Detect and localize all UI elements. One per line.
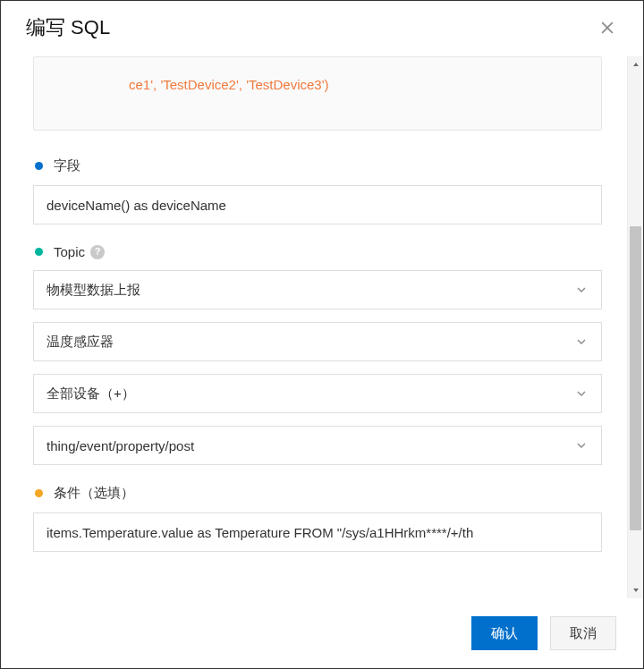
chevron-down-icon <box>574 386 589 401</box>
topic-select-path-value: thing/event/property/post <box>47 438 194 453</box>
close-icon <box>598 19 616 37</box>
topic-select-product[interactable]: 温度感应器 <box>33 322 602 361</box>
topic-select-group: 物模型数据上报 温度感应器 全部设备（+） thing/event/proper… <box>33 270 602 465</box>
fields-dot-icon <box>35 162 43 170</box>
scroll-up-button[interactable] <box>628 56 643 72</box>
sql-preview-line: ce1', 'TestDevice2', 'TestDevice3') <box>48 75 587 94</box>
fields-label-text: 字段 <box>54 157 80 174</box>
scrollbar-thumb[interactable] <box>630 226 641 530</box>
close-button[interactable] <box>593 13 622 42</box>
topic-select-type-value: 物模型数据上报 <box>47 282 140 299</box>
topic-select-device[interactable]: 全部设备（+） <box>33 374 602 413</box>
confirm-button[interactable]: 确认 <box>471 616 538 650</box>
dialog-body: ce1', 'TestDevice2', 'TestDevice3') 字段 T… <box>1 56 643 598</box>
topic-select-device-value: 全部设备（+） <box>47 385 135 402</box>
sql-preview-box: ce1', 'TestDevice2', 'TestDevice3') <box>33 56 602 131</box>
dialog-title: 编写 SQL <box>26 14 110 41</box>
condition-label-text: 条件（选填） <box>54 485 134 502</box>
svg-marker-2 <box>633 63 639 66</box>
scroll-down-button[interactable] <box>628 582 643 598</box>
topic-select-path[interactable]: thing/event/property/post <box>33 426 602 465</box>
form-content: ce1', 'TestDevice2', 'TestDevice3') 字段 T… <box>1 56 627 598</box>
chevron-down-icon <box>574 283 589 297</box>
svg-marker-3 <box>633 589 639 592</box>
topic-label-text: Topic <box>54 244 85 259</box>
vertical-scrollbar[interactable] <box>627 56 643 598</box>
chevron-down-icon <box>574 438 589 453</box>
chevron-down-icon <box>574 334 589 349</box>
topic-section-label: Topic ? <box>33 244 602 259</box>
cancel-button-label: 取消 <box>570 625 597 642</box>
dialog-footer: 确认 取消 <box>1 598 643 668</box>
fields-section-label: 字段 <box>33 157 602 174</box>
condition-dot-icon <box>35 489 43 497</box>
cancel-button[interactable]: 取消 <box>550 616 616 650</box>
condition-input[interactable] <box>33 512 602 552</box>
topic-dot-icon <box>35 248 43 256</box>
fields-input[interactable] <box>33 185 602 224</box>
topic-select-type[interactable]: 物模型数据上报 <box>33 270 602 309</box>
help-icon[interactable]: ? <box>90 245 105 259</box>
condition-section-label: 条件（选填） <box>33 485 602 502</box>
topic-select-product-value: 温度感应器 <box>47 334 114 351</box>
dialog-header: 编写 SQL <box>1 1 643 56</box>
confirm-button-label: 确认 <box>491 625 518 642</box>
